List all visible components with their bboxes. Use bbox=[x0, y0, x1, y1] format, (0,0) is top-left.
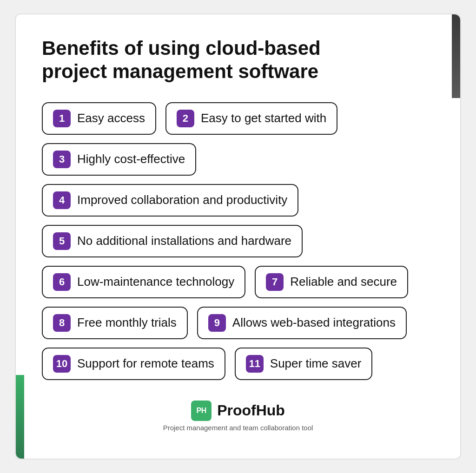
items-row-3: 4 Improved collaboration and productivit… bbox=[42, 184, 434, 217]
item-label: Free monthly trials bbox=[77, 315, 177, 330]
item-number: 2 bbox=[177, 110, 194, 127]
list-item: 9 Allows web-based integrations bbox=[197, 307, 407, 339]
item-label: Easy to get started with bbox=[201, 111, 326, 125]
item-number: 7 bbox=[266, 273, 284, 291]
items-row-4: 5 No additional installations and hardwa… bbox=[42, 225, 434, 257]
items-row-7: 10 Support for remote teams 11 Super tim… bbox=[42, 348, 434, 380]
item-number: 6 bbox=[53, 273, 71, 291]
item-label: Low-maintenance technology bbox=[77, 275, 234, 289]
main-card: Benefits of using cloud-based project ma… bbox=[15, 13, 461, 460]
list-item: 5 No additional installations and hardwa… bbox=[42, 225, 303, 257]
brand-container: PH ProofHub bbox=[191, 401, 285, 421]
item-number: 4 bbox=[53, 191, 71, 209]
item-number: 10 bbox=[53, 355, 71, 373]
items-row-1: 1 Easy access 2 Easy to get started with bbox=[42, 102, 434, 135]
list-item: 11 Super time saver bbox=[235, 348, 373, 380]
item-label: Highly cost-effective bbox=[77, 152, 185, 166]
item-label: Reliable and secure bbox=[290, 275, 397, 289]
list-item: 3 Highly cost-effective bbox=[42, 143, 196, 176]
list-item: 1 Easy access bbox=[42, 102, 156, 135]
list-item: 6 Low-maintenance technology bbox=[42, 266, 245, 298]
item-label: No additional installations and hardware bbox=[77, 234, 291, 248]
item-label: Support for remote teams bbox=[77, 356, 214, 371]
item-number: 5 bbox=[53, 232, 71, 250]
list-item: 2 Easy to get started with bbox=[165, 102, 337, 135]
item-number: 11 bbox=[246, 355, 264, 373]
list-item: 8 Free monthly trials bbox=[42, 307, 188, 339]
items-row-5: 6 Low-maintenance technology 7 Reliable … bbox=[42, 266, 434, 298]
items-row-2: 3 Highly cost-effective bbox=[42, 143, 434, 176]
item-number: 3 bbox=[53, 151, 71, 168]
items-row-6: 8 Free monthly trials 9 Allows web-based… bbox=[42, 307, 434, 339]
page-title: Benefits of using cloud-based project ma… bbox=[42, 37, 377, 84]
item-label: Easy access bbox=[77, 111, 145, 125]
list-item: 4 Improved collaboration and productivit… bbox=[42, 184, 298, 217]
item-number: 1 bbox=[53, 110, 71, 127]
item-label: Allows web-based integrations bbox=[232, 315, 396, 330]
item-label: Super time saver bbox=[270, 356, 362, 371]
brand-name: ProofHub bbox=[217, 402, 285, 419]
item-number: 8 bbox=[53, 314, 71, 332]
list-item: 7 Reliable and secure bbox=[255, 266, 408, 298]
brand-tagline: Project management and team collaboratio… bbox=[163, 424, 313, 432]
proofhub-logo: PH bbox=[191, 401, 212, 421]
footer: PH ProofHub Project management and team … bbox=[42, 401, 434, 432]
item-label: Improved collaboration and productivity bbox=[77, 193, 287, 207]
item-number: 9 bbox=[208, 314, 226, 332]
list-item: 10 Support for remote teams bbox=[42, 348, 225, 380]
items-grid: 1 Easy access 2 Easy to get started with… bbox=[42, 102, 434, 380]
